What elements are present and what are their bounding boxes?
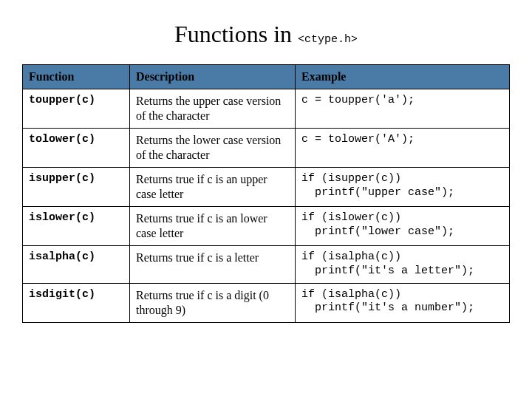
table-row: isdigit(c) Returns true if c is a digit … [23,283,510,322]
table-row: tolower(c) Returns the lower case versio… [23,129,510,168]
table-header-row: Function Description Example [23,65,510,89]
cell-description: Returns the upper case version of the ch… [129,89,295,129]
cell-example: if (isupper(c)) printf("upper case"); [296,168,510,207]
cell-example: if (islower(c)) printf("lower case"); [296,207,510,246]
cell-function: islower(c) [23,207,130,246]
cell-function: toupper(c) [23,89,130,129]
page-title: Functions in <ctype.h> [22,21,510,48]
table-row: isalpha(c) Returns true if c is a letter… [23,246,510,284]
cell-example: c = toupper('a'); [296,89,510,129]
cell-description: Returns true if c is a letter [129,246,295,284]
table-row: islower(c) Returns true if c is an lower… [23,207,510,246]
cell-function: tolower(c) [23,129,130,168]
functions-table: Function Description Example toupper(c) … [22,64,510,323]
title-text: Functions in [174,21,298,47]
cell-function: isdigit(c) [23,283,130,322]
cell-description: Returns the lower case version of the ch… [129,129,295,168]
cell-description: Returns true if c is an upper case lette… [129,168,295,207]
title-code: <ctype.h> [298,33,358,46]
cell-function: isupper(c) [23,168,130,207]
cell-example: if (isalpha(c)) printf("it's a letter"); [296,246,510,284]
table-row: isupper(c) Returns true if c is an upper… [23,168,510,207]
cell-description: Returns true if c is an lower case lette… [129,207,295,246]
header-function: Function [23,65,130,89]
table-row: toupper(c) Returns the upper case versio… [23,89,510,129]
cell-example: c = tolower('A'); [296,129,510,168]
header-description: Description [129,65,295,89]
header-example: Example [296,65,510,89]
cell-function: isalpha(c) [23,246,130,284]
cell-example: if (isalpha(c)) printf("it's a number"); [296,283,510,322]
cell-description: Returns true if c is a digit (0 through … [129,283,295,322]
